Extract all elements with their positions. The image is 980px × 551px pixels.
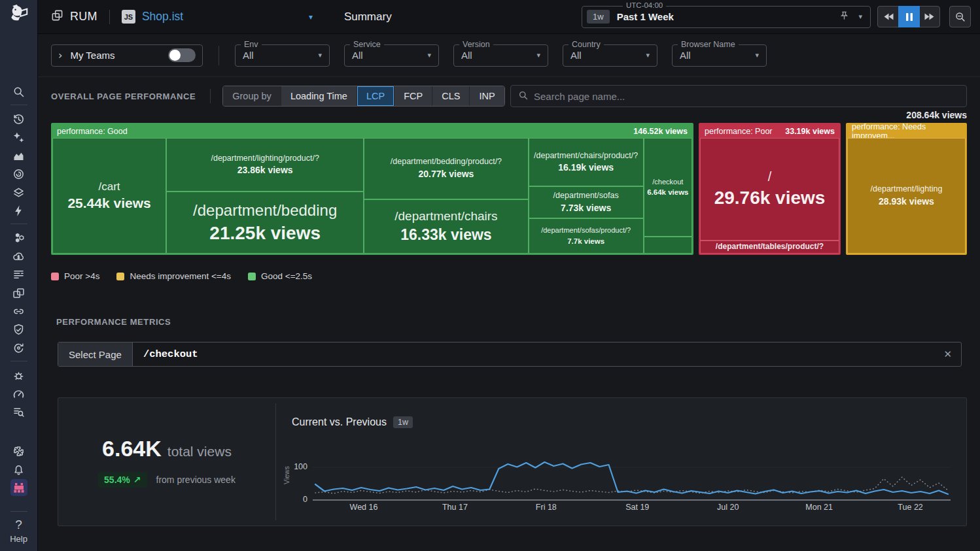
treemap-legend: Poor >4sNeeds improvement <=4sGood <=2.5… [51,271,312,281]
treemap-cell[interactable] [644,237,692,254]
legend-item[interactable]: Poor >4s [51,271,99,281]
treemap-cell[interactable]: /department/sofas/product/?7.7k views [529,218,644,254]
series-current [315,462,948,494]
treemap-cell[interactable]: /checkout6.64k views [644,138,692,237]
sidebar-item-cloud-cost[interactable] [7,247,31,265]
sidebar-item-security[interactable] [7,320,31,339]
rum-app-icon [51,9,63,24]
treemap-cell-views: 6.64k views [647,188,688,197]
treemap-cell-label: /department/sofas [553,191,619,201]
close-icon[interactable]: ✕ [934,348,961,360]
sidebar-item-dashboards[interactable] [7,165,31,183]
sidebar-item-user-avatar[interactable] [7,478,31,497]
my-teams-label: My Teams [70,50,114,61]
treemap-cell[interactable]: /department/sofas7.73k views [529,186,644,218]
sidebar-item-logs[interactable] [7,265,31,284]
help-icon: ? [0,518,37,532]
security-icon [12,323,26,337]
pause-button[interactable] [898,6,920,27]
sidebar-item-ci-cd[interactable] [7,339,31,357]
filter-env[interactable]: EnvAll▾ [235,44,330,67]
treemap-cell[interactable]: /department/bedding/product/?20.77k view… [364,138,528,199]
help-button[interactable]: ? Help [0,518,37,544]
fast-forward-button[interactable] [919,6,940,27]
select-page-bar[interactable]: Select Page /checkout ✕ [58,342,962,367]
tab-inp[interactable]: INP [469,86,504,106]
service-selector[interactable]: JS Shop.ist ▾ [122,10,313,24]
legend-item[interactable]: Needs improvement <=4s [116,271,231,281]
cloud-cost-icon [12,250,26,263]
treemap-cell-label: /department/chairs [394,209,497,224]
x-tick-label: Mon 21 [793,503,845,512]
sidebar: ? Help [0,0,38,551]
treemap-cell[interactable]: /29.76k views [700,138,839,241]
sidebar-item-service-management[interactable] [7,384,31,403]
chevron-down-icon: ▾ [318,51,322,59]
metric-tab-group: Group byLoading TimeLCPFCPCLSINP [222,86,504,107]
my-teams-control[interactable]: › My Teams [51,44,203,67]
filter-label: Service [350,40,384,49]
filter-version[interactable]: VersionAll▾ [453,44,548,67]
sidebar-item-metrics[interactable] [7,146,31,165]
tab-fcp[interactable]: FCP [394,86,432,106]
treemap-cell[interactable]: /cart25.44k views [52,138,166,254]
chevron-right-icon: › [58,49,62,61]
history-icon [12,112,26,126]
tab-cls[interactable]: CLS [432,86,469,106]
sidebar-item-search[interactable] [7,82,31,101]
notifications-icon [12,463,26,476]
sidebar-item-apm[interactable] [7,229,31,247]
treemap-cell[interactable]: /department/tables/product/? [700,241,839,254]
sidebar-item-watchdog[interactable] [7,128,31,146]
legend-item[interactable]: Good <=2.5s [248,271,312,281]
search-input[interactable] [534,91,959,102]
filter-label: Browser Name [678,40,739,49]
sidebar-item-events[interactable] [7,201,31,220]
rewind-button[interactable] [877,6,899,27]
treemap-group-header: performance: Poor33.19k views [700,124,839,138]
sidebar-item-error-tracking[interactable] [7,366,31,384]
sidebar-item-audit-trail[interactable] [7,403,31,421]
treemap-cell-views: 28.93k views [879,196,934,208]
pause-icon [905,12,913,22]
tab-lcp[interactable]: LCP [357,86,394,106]
filter-service[interactable]: ServiceAll▾ [344,44,439,67]
treemap-cell-label: /department/chairs/product/? [534,151,638,161]
treemap-cell-views: 7.7k views [567,237,604,246]
metrics-section-title: PERFORMANCE METRICS [56,317,171,327]
treemap-cell[interactable]: /department/lighting28.93k views [847,138,966,254]
page-search[interactable] [510,85,967,107]
total-views-suffix: total views [167,444,232,459]
treemap-cell-views: 16.19k views [558,162,614,174]
chevron-down-icon[interactable]: ▾ [858,12,862,21]
sidebar-divider [10,224,27,224]
sidebar-item-infrastructure[interactable] [7,183,31,201]
sidebar-item-notifications[interactable] [7,460,31,478]
sidebar-item-rum[interactable] [7,284,31,302]
sidebar-item-synthetics[interactable] [7,302,31,320]
service-management-icon [12,387,26,401]
treemap-cell-views: 20.77k views [419,169,474,180]
sidebar-item-history[interactable] [7,110,31,128]
timezone-label: UTC-04:00 [623,1,666,9]
sidebar-item-integrations[interactable] [7,442,31,460]
filter-country[interactable]: CountryAll▾ [563,44,657,67]
treemap-cell[interactable]: /department/bedding21.25k views [166,192,364,254]
zoom-out-button[interactable] [949,6,971,27]
tab-loading-time[interactable]: Loading Time [281,86,357,106]
audit-trail-icon [12,405,26,419]
rum-icon [12,286,26,300]
filter-browser-name[interactable]: Browser NameAll▾ [672,44,767,67]
sidebar-divider [10,105,27,105]
y-tick-label: 0 [279,495,307,504]
pin-icon[interactable] [839,10,849,23]
datadog-logo[interactable] [0,4,37,25]
treemap-cell-label: /cart [99,180,120,193]
treemap-cell[interactable]: /department/chairs/product/?16.19k views [529,138,644,186]
my-teams-switch[interactable] [168,48,196,62]
chart-title: Current vs. Previous [292,416,387,428]
time-range-picker[interactable]: UTC-04:00 1w Past 1 Week ▾ [582,6,871,28]
treemap-cell-views: 23.86k views [237,165,293,176]
treemap-cell[interactable]: /department/lighting/product/?23.86k vie… [166,138,364,192]
treemap-cell[interactable]: /department/chairs16.33k views [364,199,528,254]
